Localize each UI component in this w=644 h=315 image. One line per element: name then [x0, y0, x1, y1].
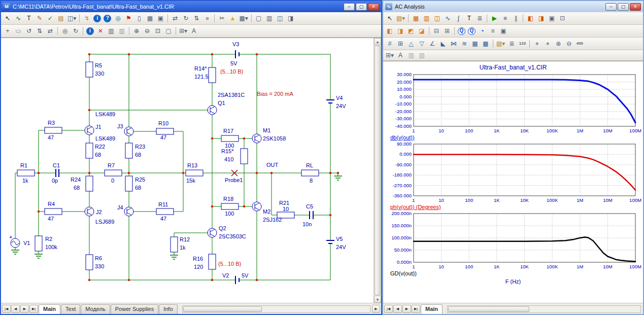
page-icon[interactable]: ▢: [254, 14, 264, 23]
pattern-menu-icon[interactable]: ▩▾: [238, 14, 249, 23]
info2-icon[interactable]: i: [86, 27, 94, 35]
repeat-icon[interactable]: ↻: [71, 26, 81, 36]
expand-icon[interactable]: ⊞: [442, 26, 452, 36]
clipboard2-icon[interactable]: ▤▾: [495, 39, 506, 49]
pencil-icon[interactable]: ✎: [35, 14, 45, 23]
panel-icon[interactable]: ◨: [286, 14, 296, 23]
info-icon[interactable]: i: [93, 15, 101, 22]
grid-menu-icon[interactable]: ⊞▾: [178, 26, 188, 36]
plot-pane-icon[interactable]: ◫: [432, 14, 442, 23]
restore-button[interactable]: ▢: [618, 3, 629, 11]
slope-icon[interactable]: ◣: [438, 39, 448, 49]
wire-mode-icon[interactable]: ∿: [13, 14, 23, 23]
minimize-button[interactable]: –: [605, 3, 617, 11]
panel-list-icon[interactable]: ◨: [395, 26, 405, 36]
scrollbar-thumb[interactable]: [183, 306, 262, 312]
clipboard-icon[interactable]: ▤: [56, 14, 66, 23]
zoom-in-icon[interactable]: ⊕: [553, 39, 563, 49]
clipboard-menu-icon[interactable]: ▤▾: [395, 14, 406, 23]
checklist-icon[interactable]: ▣: [498, 26, 509, 36]
stop-icon[interactable]: ■: [500, 14, 510, 23]
mesh-icon[interactable]: ▦: [470, 39, 480, 49]
tri-down-icon[interactable]: ▽: [417, 39, 427, 49]
border-icon[interactable]: ▣: [155, 14, 165, 23]
scrollbar-thumb[interactable]: [448, 306, 529, 312]
properties-icon[interactable]: ≣: [474, 14, 485, 23]
cut-icon[interactable]: ✂: [217, 14, 227, 23]
text-icon[interactable]: T: [464, 14, 474, 23]
scroll-right-icon[interactable]: ▶: [372, 305, 380, 313]
grid-on-icon[interactable]: ⊞: [395, 39, 405, 49]
analysis-horizontal-scrollbar[interactable]: [447, 305, 641, 313]
tab-text[interactable]: Text: [61, 304, 80, 314]
plot-split-icon[interactable]: ▥: [421, 14, 431, 23]
scroll-down-icon[interactable]: ▼: [374, 296, 381, 303]
series-label-db[interactable]: db(v(out)): [390, 134, 641, 141]
schematic-titlebar[interactable]: M C:\MC11\DATA\Petrov\Ultra-Fast_banat\U…: [1, 1, 381, 12]
plot-panel[interactable]: Ultra-Fast_banat_v1.CIR 30.00020.00010.0…: [383, 61, 643, 303]
pause-icon[interactable]: ∥: [511, 14, 521, 23]
waves-icon[interactable]: ≋: [459, 39, 469, 49]
tab-power-supplies[interactable]: Power Supplies: [111, 304, 158, 314]
text-mode-icon[interactable]: T: [24, 14, 34, 23]
scroll-up-icon[interactable]: ▲: [374, 38, 381, 45]
page-view-icon[interactable]: ▢: [163, 26, 174, 36]
tri-up-icon[interactable]: △: [406, 39, 416, 49]
q-zoom-icon[interactable]: Q: [468, 27, 476, 35]
group-delay-plot[interactable]: 200.000n150.000n100.000n50.000n0.000n110…: [385, 212, 641, 270]
component-menu-icon[interactable]: ◫▾: [66, 14, 77, 23]
phase-plot[interactable]: 90.0000.000-90.000-180.000-270.000-360.0…: [385, 142, 641, 204]
waveform-icon[interactable]: ∿: [443, 14, 453, 23]
zoom-out-icon[interactable]: ⊖: [142, 26, 152, 36]
ruler-icon[interactable]: ⋈: [449, 39, 459, 49]
cursor-left-icon[interactable]: ⌖: [532, 39, 542, 49]
find-icon[interactable]: ◎: [60, 26, 70, 36]
schematic-drawing[interactable]: V35V(5...10 B)R14*121.5R5330LSK489J1LSK4…: [3, 39, 365, 295]
run-icon[interactable]: ▶: [489, 14, 499, 23]
text-a-icon[interactable]: A: [189, 26, 199, 36]
flip-v-icon[interactable]: ⇅: [35, 26, 45, 36]
zoom-out-icon[interactable]: ⊖: [564, 39, 574, 49]
fanout-icon[interactable]: »: [202, 14, 212, 23]
optimize-icon[interactable]: ▣: [547, 14, 557, 23]
warning-icon[interactable]: ▲: [227, 14, 238, 23]
mirror-icon[interactable]: ⇄: [170, 14, 180, 23]
select-icon[interactable]: ↖: [3, 14, 13, 23]
move-icon[interactable]: +: [3, 26, 13, 36]
q-search-icon[interactable]: Q: [458, 27, 465, 35]
paste-disabled-icon[interactable]: ▥: [417, 51, 427, 60]
gain-plot[interactable]: 30.00020.00010.0000.000-10.000-20.000-30…: [385, 73, 641, 134]
series-label-gd[interactable]: GD(v(out)): [390, 270, 641, 277]
sheet-icon[interactable]: ▯: [134, 14, 144, 23]
copy-disabled-icon[interactable]: ▥: [406, 51, 416, 60]
list2-icon[interactable]: ≣: [506, 39, 517, 49]
abort-icon[interactable]: ✕: [95, 26, 106, 36]
close-button[interactable]: ✕: [368, 3, 379, 11]
plot-window-icon[interactable]: ▦: [411, 14, 421, 23]
panel-add-icon[interactable]: ◧: [385, 26, 395, 36]
collapse-icon[interactable]: ⊟: [431, 26, 442, 36]
tab-scroll-arrow-1[interactable]: ◀: [393, 305, 402, 313]
schematic-horizontal-scrollbar[interactable]: [182, 305, 370, 313]
zap-icon[interactable]: ↯: [82, 14, 92, 23]
rotate-icon[interactable]: ↻: [181, 14, 191, 23]
equals-icon[interactable]: ≡: [488, 26, 498, 36]
hatch-icon[interactable]: ▩: [481, 39, 491, 49]
close-button[interactable]: ✕: [630, 3, 641, 11]
grid-icon[interactable]: ▦: [145, 14, 155, 23]
scrollbar-thumb[interactable]: [375, 46, 381, 295]
panel-grid-icon[interactable]: ◩: [406, 26, 416, 36]
help-icon[interactable]: ?: [104, 15, 111, 22]
limits-icon[interactable]: ◧: [525, 14, 535, 23]
watch-icon[interactable]: ⊡: [557, 14, 567, 23]
zoom-area-icon[interactable]: ⊡: [153, 26, 163, 36]
tab-scroll-arrow-2[interactable]: ▶: [402, 305, 411, 313]
spin-icon[interactable]: ↺: [24, 26, 34, 36]
tab-scroll-arrow-1[interactable]: ◀: [11, 305, 20, 313]
copy-icon[interactable]: ▥: [117, 26, 127, 36]
axes-icon[interactable]: #: [385, 39, 395, 49]
grid-size-menu-icon[interactable]: ⊞▾: [385, 51, 395, 60]
angle-icon[interactable]: ∠: [427, 39, 437, 49]
minimize-button[interactable]: –: [344, 3, 355, 11]
analysis-titlebar[interactable]: ∿ AC Analysis –▢✕: [383, 1, 643, 12]
